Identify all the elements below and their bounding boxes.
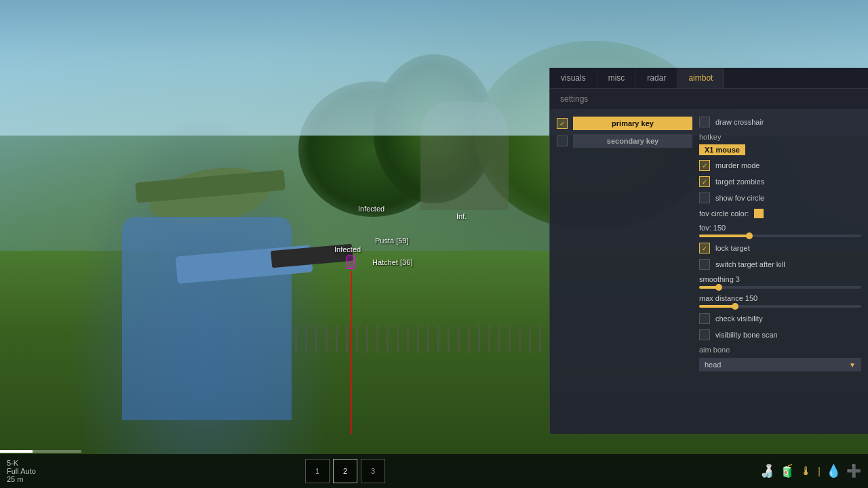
fov-circle-color-label: fov circle color: — [699, 209, 749, 218]
hud-distance: 25 m — [7, 475, 36, 483]
murder-mode-label: murder mode — [715, 161, 760, 169]
fov-slider-thumb[interactable] — [746, 232, 753, 239]
fov-slider-fill — [699, 235, 748, 237]
hud-inventory-slots: 1 2 3 — [305, 459, 385, 483]
smoothing-slider-container: smoothing 3 — [699, 275, 861, 289]
primary-key-checkbox[interactable] — [557, 118, 568, 129]
max-distance-slider-fill — [699, 305, 735, 308]
visibility-bone-scan-checkbox[interactable] — [699, 329, 710, 340]
draw-crosshair-label: draw crosshair — [715, 118, 764, 126]
murder-mode-checkbox[interactable] — [699, 160, 710, 171]
smoothing-slider-track[interactable] — [699, 286, 861, 289]
hud-slot-1[interactable]: 1 — [305, 459, 330, 483]
switch-target-label: switch target after kill — [715, 260, 785, 268]
hud-icon-separator: | — [818, 466, 821, 476]
hud-weapon-info: 5-K Full Auto 25 m — [7, 459, 36, 483]
settings-header: settings — [550, 89, 868, 110]
entity-label-pusta: Pusta [59] — [375, 237, 409, 245]
target-zombies-label: target zombies — [715, 178, 764, 186]
panel-left: primary key secondary key — [557, 117, 692, 371]
tab-aimbot[interactable]: aimbot — [677, 68, 724, 88]
target-marker — [347, 256, 355, 269]
visibility-bone-scan-row: visibility bone scan — [699, 329, 861, 340]
max-distance-slider-thumb[interactable] — [732, 303, 738, 310]
fov-slider-track[interactable] — [699, 235, 861, 237]
show-fov-circle-label: show fov circle — [715, 194, 764, 202]
visibility-bone-scan-label: visibility bone scan — [715, 331, 778, 339]
hotkey-section-label: hotkey — [699, 133, 861, 141]
panel-right: draw crosshair hotkey X1 mouse murder mo… — [699, 117, 861, 371]
entity-label-hatchet: Hatchet [36] — [372, 258, 412, 266]
tab-misc[interactable]: misc — [597, 68, 637, 88]
switch-target-row: switch target after kill — [699, 259, 861, 270]
secondary-key-checkbox[interactable] — [557, 136, 568, 146]
aim-line — [351, 271, 352, 434]
lock-target-label: lock target — [715, 244, 750, 252]
dropdown-arrow-icon: ▼ — [849, 361, 856, 369]
lock-target-checkbox[interactable] — [699, 243, 710, 253]
check-visibility-row: check visibility — [699, 313, 861, 324]
hud-fire-mode: Full Auto — [7, 467, 36, 475]
show-fov-circle-checkbox[interactable] — [699, 192, 710, 203]
show-fov-circle-row: show fov circle — [699, 192, 861, 203]
hud-slot-3[interactable]: 3 — [361, 459, 385, 483]
overlay-panel: visuals misc radar aimbot settings prima… — [549, 68, 868, 434]
tab-radar[interactable]: radar — [636, 68, 677, 88]
entity-label-infected2: Infected — [334, 245, 361, 253]
hud-icon-health: ➕ — [846, 464, 861, 479]
primary-key-row: primary key — [557, 117, 692, 130]
target-zombies-row: target zombies — [699, 176, 861, 187]
check-visibility-checkbox[interactable] — [699, 313, 710, 324]
fov-circle-color-row: fov circle color: — [699, 209, 861, 218]
character-silhouette — [68, 115, 339, 454]
target-zombies-checkbox[interactable] — [699, 176, 710, 187]
inf-label: Inf. — [456, 212, 467, 220]
check-visibility-label: check visibility — [715, 314, 763, 323]
entity-label-infected1: Infected — [358, 205, 384, 213]
max-distance-slider-track[interactable] — [699, 305, 861, 308]
hud-weapon-code: 5-K — [7, 459, 36, 467]
hud-icon-food: 🧃 — [780, 464, 795, 479]
bottom-hud: 5-K Full Auto 25 m 1 2 3 🍶 🧃 🌡 | 💧 ➕ — [0, 454, 868, 488]
aim-bone-value: head — [705, 361, 721, 369]
tab-visuals[interactable]: visuals — [550, 68, 597, 88]
hud-icon-water: 💧 — [826, 464, 841, 479]
smoothing-slider-thumb[interactable] — [715, 284, 722, 291]
lock-target-row: lock target — [699, 243, 861, 253]
hud-slot-2[interactable]: 2 — [333, 459, 357, 483]
panel-content: primary key secondary key draw crosshair… — [550, 110, 868, 378]
max-distance-label: max distance 150 — [699, 294, 861, 302]
hud-status-icons: 🍶 🧃 🌡 | 💧 ➕ — [760, 464, 861, 479]
fov-circle-color-swatch[interactable] — [754, 209, 764, 218]
fov-label: fov: 150 — [699, 224, 861, 232]
primary-key-button[interactable]: primary key — [573, 117, 692, 130]
progress-bar-fill — [0, 450, 33, 453]
max-distance-slider-container: max distance 150 — [699, 294, 861, 308]
secondary-key-button[interactable]: secondary key — [573, 134, 692, 148]
draw-crosshair-row: draw crosshair — [699, 117, 861, 127]
smoothing-label: smoothing 3 — [699, 275, 861, 283]
hud-icon-temp: 🌡 — [800, 464, 812, 479]
hud-icon-bottle: 🍶 — [760, 464, 774, 479]
secondary-key-row: secondary key — [557, 134, 692, 148]
aim-bone-section-label: aim bone — [699, 346, 861, 354]
switch-target-checkbox[interactable] — [699, 259, 710, 270]
hotkey-badge[interactable]: X1 mouse — [699, 144, 745, 155]
tab-bar: visuals misc radar aimbot — [550, 68, 868, 89]
murder-mode-row: murder mode — [699, 160, 861, 171]
aim-bone-dropdown[interactable]: head ▼ — [699, 358, 861, 371]
draw-crosshair-checkbox[interactable] — [699, 117, 710, 127]
fov-slider-container: fov: 150 — [699, 224, 861, 237]
progress-bar-container — [0, 450, 81, 453]
